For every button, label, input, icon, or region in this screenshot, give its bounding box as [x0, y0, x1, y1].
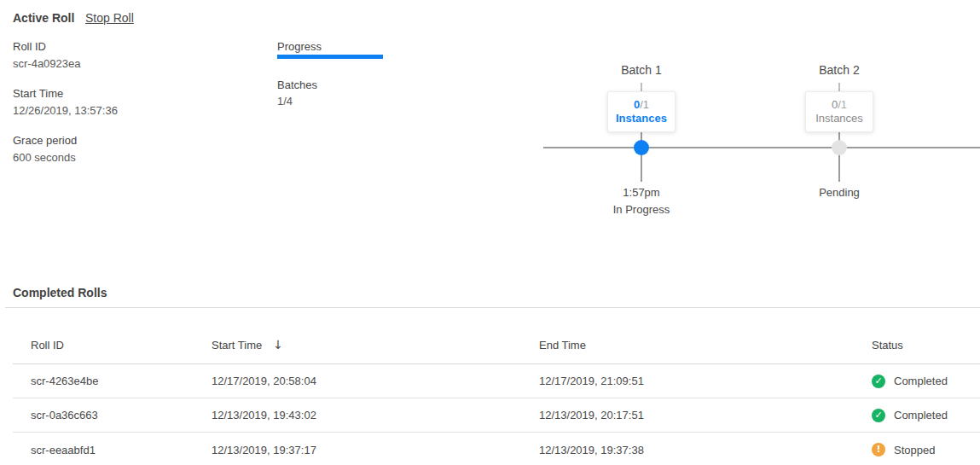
cell-end-time: 12/13/2019, 20:17:51	[539, 409, 872, 421]
batch-1-count: 0/1	[634, 98, 649, 112]
cell-roll-id: scr-0a36c663	[31, 409, 212, 421]
batch-1-tick	[641, 83, 642, 91]
completed-rolls-table: Roll ID Start Time↓ End Time Status scr-…	[13, 308, 980, 465]
cell-roll-id: scr-4263e4be	[31, 375, 212, 387]
column-header-start-time[interactable]: Start Time↓	[212, 338, 539, 352]
stop-roll-link[interactable]: Stop Roll	[85, 11, 134, 25]
batch-2-instances-card: 0/1 Instances	[805, 91, 873, 132]
progress-label: Progress	[277, 40, 322, 53]
cell-status: ✓ Completed	[872, 409, 980, 422]
batches-label: Batches	[277, 78, 317, 91]
cell-end-time: 12/17/2019, 21:09:51	[539, 375, 872, 387]
batch-1-marker-dot	[634, 140, 649, 155]
start-time-header-label: Start Time	[212, 339, 262, 352]
batch-1-name: Batch 1	[573, 63, 710, 77]
column-header-roll-id[interactable]: Roll ID	[31, 339, 212, 352]
status-text: Completed	[894, 409, 948, 421]
grace-period-label: Grace period	[13, 134, 77, 147]
table-header-row: Roll ID Start Time↓ End Time Status	[13, 308, 980, 364]
cell-start-time: 12/17/2019, 20:58:04	[212, 375, 539, 387]
completed-rolls-title: Completed Rolls	[13, 286, 107, 299]
active-roll-title: Active Roll	[13, 11, 74, 25]
column-header-end-time[interactable]: End Time	[539, 339, 872, 352]
timeline-batch-1: Batch 1 0/1 Instances 1:57pm In Progress	[573, 60, 710, 226]
cell-status: ✓ Completed	[872, 375, 980, 388]
status-stopped-icon: !	[872, 443, 885, 456]
status-text: Stopped	[894, 444, 935, 456]
start-time-value: 12/26/2019, 13:57:36	[13, 104, 118, 117]
batch-2-instances-label: Instances	[815, 112, 863, 125]
column-header-status[interactable]: Status	[872, 339, 980, 352]
sort-descending-icon[interactable]: ↓	[273, 338, 283, 352]
batch-2-name: Batch 2	[771, 63, 908, 77]
roll-id-label: Roll ID	[13, 40, 46, 53]
batches-value: 1/4	[277, 95, 293, 108]
batch-1-instances-card[interactable]: 0/1 Instances	[607, 91, 676, 132]
roll-id-value: scr-4a0923ea	[13, 57, 81, 70]
table-row[interactable]: scr-4263e4be 12/17/2019, 20:58:04 12/17/…	[13, 364, 980, 398]
cell-status: ! Stopped	[872, 443, 980, 456]
status-text: Completed	[894, 375, 948, 387]
grace-period-value: 600 seconds	[13, 151, 76, 164]
batch-1-time: 1:57pm	[573, 186, 710, 199]
table-row[interactable]: scr-eeaabfd1 12/13/2019, 19:37:17 12/13/…	[13, 433, 980, 465]
start-time-label: Start Time	[13, 87, 63, 100]
cell-end-time: 12/13/2019, 19:37:38	[539, 444, 872, 456]
table-row[interactable]: scr-0a36c663 12/13/2019, 19:43:02 12/13/…	[13, 398, 980, 433]
batch-2-tick	[838, 83, 840, 91]
timeline-batch-2: Batch 2 0/1 Instances Pending	[771, 60, 908, 226]
status-completed-icon: ✓	[872, 409, 885, 422]
batch-2-time: Pending	[771, 186, 908, 199]
cell-start-time: 12/13/2019, 19:37:17	[212, 444, 539, 456]
batch-2-count: 0/1	[832, 98, 847, 112]
cell-roll-id: scr-eeaabfd1	[31, 444, 212, 456]
status-completed-icon: ✓	[872, 375, 885, 388]
cell-start-time: 12/13/2019, 19:43:02	[212, 409, 539, 421]
batch-1-instances-label: Instances	[616, 112, 667, 125]
progress-bar	[277, 55, 383, 59]
batch-2-marker-dot	[832, 140, 847, 155]
batch-1-status: In Progress	[573, 203, 710, 216]
